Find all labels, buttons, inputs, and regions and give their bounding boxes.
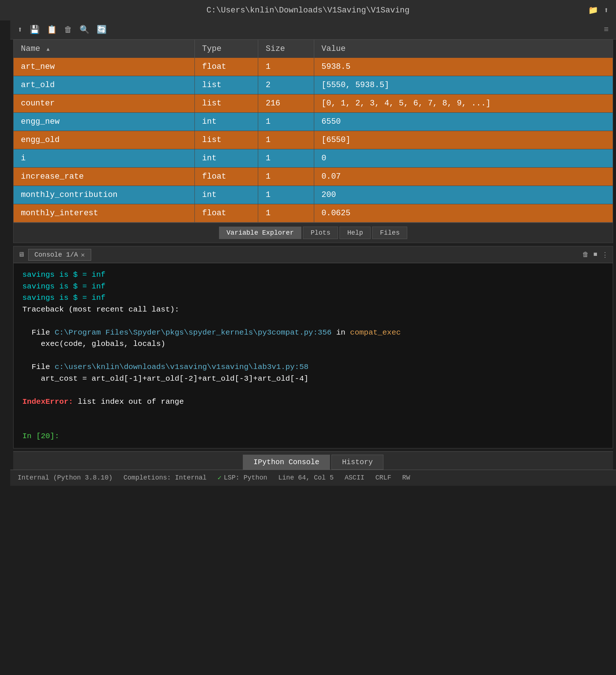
- cell-type: int: [194, 186, 258, 204]
- cell-size: 1: [258, 131, 314, 149]
- console-toolbar-right: 🗑 ■ ⋮: [582, 251, 608, 259]
- prompt: In [20]:: [22, 432, 59, 440]
- cell-size: 216: [258, 94, 314, 113]
- cell-type: list: [194, 131, 258, 149]
- tab-files[interactable]: Files: [372, 227, 407, 239]
- cell-size: 1: [258, 186, 314, 204]
- file2-prefix: File: [31, 363, 55, 371]
- tab-history[interactable]: History: [331, 455, 383, 470]
- file2-path: c:\users\knlin\downloads\v1saving\v1savi…: [55, 363, 308, 371]
- cell-name: increase_rate: [14, 168, 194, 186]
- cell-type: list: [194, 94, 258, 113]
- console-tab-close[interactable]: ✕: [81, 251, 85, 259]
- cell-type: float: [194, 58, 258, 76]
- panel-tabs: Variable Explorer Plots Help Files: [14, 223, 613, 243]
- table-row[interactable]: monthly_interestfloat10.0625: [14, 204, 613, 223]
- file1-path: C:\Program Files\Spyder\pkgs\spyder_kern…: [55, 328, 331, 337]
- output-line-3: savings is $ = inf: [22, 292, 604, 304]
- tab-ipython-console[interactable]: IPython Console: [243, 455, 330, 470]
- col-size[interactable]: Size: [258, 40, 314, 58]
- console-output: savings is $ = inf savings is $ = inf sa…: [14, 263, 613, 448]
- status-interpreter: Internal (Python 3.8.10): [18, 474, 112, 481]
- cell-name: i: [14, 149, 194, 168]
- status-completions: Completions: Internal: [123, 474, 207, 481]
- file1-func: compat_exec: [350, 328, 401, 337]
- toolbar-icon-4[interactable]: 🗑: [64, 25, 72, 35]
- console-area: 🖥 Console 1/A ✕ 🗑 ■ ⋮ savings is $ = inf…: [13, 246, 613, 448]
- console-trash-icon[interactable]: 🗑: [582, 251, 589, 259]
- check-icon: ✓: [218, 474, 222, 482]
- tab-plots[interactable]: Plots: [303, 227, 338, 239]
- status-position: Line 64, Col 5: [278, 474, 334, 481]
- table-row[interactable]: engg_newint16550: [14, 113, 613, 131]
- cell-size: 1: [258, 113, 314, 131]
- col-value[interactable]: Value: [314, 40, 613, 58]
- table-header-row: Name ▲ Type Size Value: [14, 40, 613, 58]
- toolbar-icon-refresh[interactable]: 🔄: [97, 25, 107, 35]
- table-row[interactable]: art_newfloat15938.5: [14, 58, 613, 76]
- file1-prefix: File: [31, 328, 55, 337]
- col-type[interactable]: Type: [194, 40, 258, 58]
- main-content: ⬆ 💾 📋 🗑 🔍 🔄 ≡ Name ▲ Type Size Value: [10, 20, 616, 486]
- folder-icon[interactable]: 📁: [588, 5, 598, 15]
- toolbar: ⬆ 💾 📋 🗑 🔍 🔄 ≡: [10, 20, 616, 40]
- table-row[interactable]: engg_oldlist1[6550]: [14, 131, 613, 149]
- title-bar: C:\Users\knlin\Downloads\V1Saving\V1Savi…: [0, 0, 616, 20]
- toolbar-icon-1[interactable]: ⬆: [18, 25, 22, 35]
- traceback-header: Traceback (most recent call last):: [22, 304, 604, 316]
- prompt-line: In [20]:: [22, 430, 604, 442]
- table-row[interactable]: increase_ratefloat10.07: [14, 168, 613, 186]
- cell-name: monthly_contribution: [14, 186, 194, 204]
- file1-code-line: exec(code, globals, locals): [22, 338, 604, 350]
- cell-type: float: [194, 168, 258, 186]
- title-bar-icons: 📁 ⬆: [588, 5, 609, 15]
- cell-value: 200: [314, 186, 613, 204]
- table-row[interactable]: counterlist216[0, 1, 2, 3, 4, 5, 6, 7, 8…: [14, 94, 613, 113]
- file2-code-line: art_cost = art_old[-1]+art_old[-2]+art_o…: [22, 373, 604, 385]
- table-row[interactable]: monthly_contributionint1200: [14, 186, 613, 204]
- status-eol: CRLF: [375, 474, 391, 481]
- cell-name: art_new: [14, 58, 194, 76]
- console-toolbar: 🖥 Console 1/A ✕ 🗑 ■ ⋮: [14, 246, 613, 263]
- console-tab-label: Console 1/A: [34, 251, 78, 258]
- cell-value: 6550: [314, 113, 613, 131]
- variable-explorer-panel: Name ▲ Type Size Value art_newfloat15938…: [13, 40, 613, 243]
- error-type: IndexError:: [22, 398, 73, 406]
- cell-size: 1: [258, 58, 314, 76]
- output-line-1: savings is $ = inf: [22, 269, 604, 281]
- tab-help[interactable]: Help: [339, 227, 371, 239]
- cell-value: 0.0625: [314, 204, 613, 223]
- status-bar: Internal (Python 3.8.10) Completions: In…: [10, 470, 616, 486]
- cell-value: [5550, 5938.5]: [314, 76, 613, 94]
- cell-value: [0, 1, 2, 3, 4, 5, 6, 7, 8, 9, ...]: [314, 94, 613, 113]
- variable-table: Name ▲ Type Size Value art_newfloat15938…: [14, 40, 613, 223]
- output-line-2: savings is $ = inf: [22, 281, 604, 292]
- cell-name: art_old: [14, 76, 194, 94]
- console-tab[interactable]: Console 1/A ✕: [28, 249, 91, 261]
- toolbar-icon-2[interactable]: 💾: [30, 25, 40, 35]
- tab-variable-explorer[interactable]: Variable Explorer: [219, 227, 302, 239]
- error-line: IndexError: list index out of range: [22, 396, 604, 408]
- toolbar-icon-search[interactable]: 🔍: [79, 25, 89, 35]
- cell-value: 0.07: [314, 168, 613, 186]
- cell-size: 1: [258, 168, 314, 186]
- toolbar-menu-icon[interactable]: ≡: [604, 25, 609, 34]
- cell-name: counter: [14, 94, 194, 113]
- table-row[interactable]: iint10: [14, 149, 613, 168]
- cell-value: 0: [314, 149, 613, 168]
- file1-suffix: in: [331, 328, 350, 337]
- console-stop-icon[interactable]: ■: [593, 251, 597, 259]
- upload-icon[interactable]: ⬆: [604, 5, 609, 15]
- console-menu-icon[interactable]: ⋮: [602, 251, 608, 259]
- col-name[interactable]: Name ▲: [14, 40, 194, 58]
- status-encoding: ASCII: [345, 474, 364, 481]
- cell-value: 5938.5: [314, 58, 613, 76]
- error-msg: list index out of range: [73, 398, 184, 406]
- bottom-tabs: IPython Console History: [13, 451, 613, 470]
- cell-type: list: [194, 76, 258, 94]
- toolbar-icon-3[interactable]: 📋: [47, 25, 57, 35]
- title-path: C:\Users\knlin\Downloads\V1Saving\V1Savi…: [207, 6, 410, 15]
- file2-line: File c:\users\knlin\downloads\v1saving\v…: [22, 361, 604, 373]
- cell-type: int: [194, 149, 258, 168]
- table-row[interactable]: art_oldlist2[5550, 5938.5]: [14, 76, 613, 94]
